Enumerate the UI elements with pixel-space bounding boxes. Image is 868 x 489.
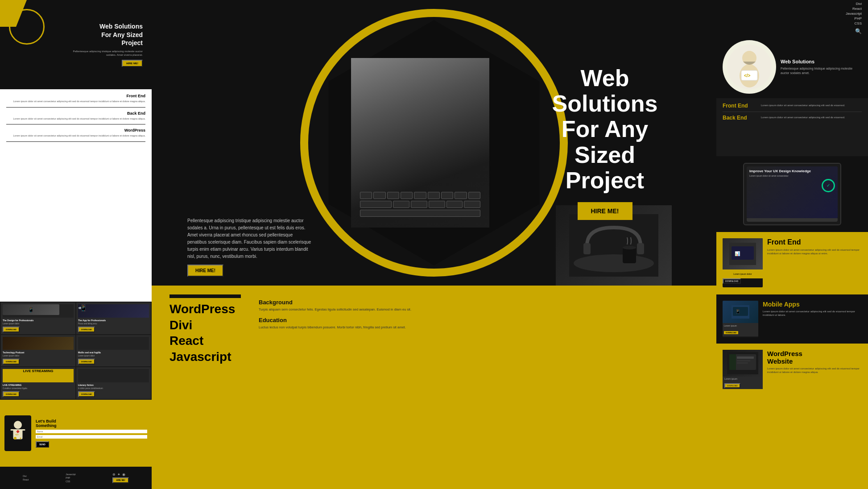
right-hero-text: Web Solutions Pellentesque adipiscing tr…: [781, 58, 862, 75]
laptop-screen: Improve Your UX Design Knowledge Lorem i…: [747, 166, 838, 218]
blog-card-img-5: [78, 369, 149, 382]
svg-text:</>: </>: [744, 73, 751, 78]
right-nav-divi[interactable]: Divi: [856, 2, 862, 6]
left-hero-title: Web Solutions For Any Sized Project: [99, 22, 143, 47]
left-service-item-wordpress: WordPress Lorem ipsum dolor sit amet con…: [6, 128, 145, 142]
svg-point-0: [14, 421, 22, 429]
skill-javascript: Javascript: [169, 349, 241, 365]
wp-card-text: Lorem ipsum: [724, 377, 761, 380]
blog-card-btn-4[interactable]: DOWNLOAD: [3, 391, 20, 397]
left-bottom-link-php[interactable]: PHP: [66, 477, 76, 479]
search-icon[interactable]: 🔍: [855, 28, 862, 34]
about-text: Pellentesque adipiscing tristique adipis…: [187, 217, 312, 260]
right-service-title-backend: Back End: [723, 115, 758, 121]
right-wp-info: WordPress Website Lorem ipsum dolor sit …: [767, 350, 862, 374]
right-service-text-backend: Lorem ipsum dolor sit amet consectetur a…: [761, 116, 862, 120]
about-hire-button[interactable]: HIRE ME!: [187, 265, 223, 277]
left-bottom-link-css[interactable]: CSS: [66, 480, 76, 483]
svg-text:</>: </>: [15, 433, 19, 436]
skills-list: WordPress Divi React Javascript: [169, 302, 241, 364]
left-bottom-links: Divi React: [23, 475, 29, 481]
right-services: Front End Lorem ipsum dolor sit amet con…: [716, 98, 868, 156]
about-section: Pellentesque adipiscing tristique adipis…: [187, 217, 312, 277]
svg-text:📱: 📱: [735, 309, 741, 315]
skill-react: React: [169, 333, 241, 348]
resume-education-title: Education: [259, 317, 699, 323]
blog-card-title-3: Mollis sed erat fugilla: [78, 351, 149, 354]
right-nav-javascript[interactable]: Javascript: [846, 12, 862, 16]
frontend-card-footer: Lorem ipsum dolor: [723, 269, 763, 278]
blog-card-text-3: Lorem ipsum dolor: [78, 355, 149, 357]
resume-education-text: Luctus lectus non volutpat turpis bibend…: [259, 325, 699, 330]
blog-card-btn-2[interactable]: DOWNLOAD: [3, 359, 20, 365]
left-bottom-nav: Divi React Javascript PHP CSS ⊕ ✦ ◉ HIRE…: [0, 467, 152, 489]
left-service-desc-wordpress: Lorem ipsum dolor sit amet consectetur a…: [6, 134, 145, 138]
blog-card-btn-5[interactable]: DOWNLOAD: [78, 391, 95, 397]
social-facebook-icon[interactable]: ◉: [122, 472, 125, 477]
left-contact-form: Let's Build Something SEND: [36, 419, 147, 448]
right-laptop-section: Improve Your UX Design Knowledge Lorem i…: [716, 156, 868, 232]
social-github-icon[interactable]: ⊕: [112, 472, 116, 477]
laptop-base: [747, 218, 838, 222]
skills-bar-container: WordPress Divi React Javascript: [169, 294, 241, 364]
blog-card-title-2: Technology Podcast: [3, 351, 74, 354]
social-twitter-icon[interactable]: ✦: [117, 472, 120, 477]
left-bottom-link-divi[interactable]: Divi: [23, 475, 29, 477]
right-nav-css[interactable]: CSS: [855, 21, 862, 25]
left-bottom-link-react[interactable]: React: [23, 478, 29, 481]
right-hero-title: Web Solutions: [781, 58, 862, 65]
left-contact-figure: </>: [4, 415, 31, 451]
svg-rect-12: [623, 248, 636, 263]
svg-point-5: [14, 437, 17, 439]
svg-rect-30: [737, 362, 748, 364]
left-service-item-backend: Back End Lorem ipsum dolor sit amet cons…: [6, 111, 145, 125]
resume-section: Background Turpis aliquam sem consectetu…: [259, 294, 699, 330]
contact-email-input[interactable]: [36, 435, 147, 439]
wp-card-image: [723, 350, 763, 377]
right-service-text-frontend: Lorem ipsum dolor sit amet consectetur a…: [761, 104, 862, 108]
left-bottom-social: ⊕ ✦ ◉ HIRE ME!: [112, 472, 128, 483]
right-hero-card: </> Web Solutions Pellentesque adipiscin…: [716, 36, 868, 98]
right-panel: Divi React Javascript PHP CSS 🔍 </>: [716, 0, 868, 489]
wp-card-btn[interactable]: DOWNLOAD: [724, 383, 740, 388]
left-service-title-wordpress: WordPress: [6, 128, 145, 133]
right-frontend-card: 📊 Lorem ipsum dolor DOWNLOAD: [723, 238, 763, 287]
left-bottom-hire-btn[interactable]: HIRE ME!: [112, 477, 128, 483]
blog-card-btn-3[interactable]: DOWNLOAD: [78, 359, 95, 365]
left-service-title-frontend: Front End: [6, 94, 145, 98]
svg-rect-2: [11, 429, 15, 431]
service-divider: [723, 112, 862, 112]
left-bottom-link-js[interactable]: Javascript: [66, 473, 76, 476]
blog-card-text-5: In dolor purus condimentum: [78, 387, 149, 390]
blog-card-img-1: 📲: [78, 304, 149, 318]
right-mobile-info: Mobile Apps Lorem ipsum dolor sit amet c…: [763, 301, 862, 337]
svg-rect-11: [637, 243, 644, 254]
right-frontend-text: Lorem ipsum dolor sit amet consectetur a…: [767, 248, 862, 256]
resume-background: Background Turpis aliquam sem consectetu…: [259, 299, 699, 312]
hero-hire-button[interactable]: HIRE ME!: [578, 202, 632, 220]
contact-name-input[interactable]: [36, 430, 147, 433]
mobile-screen-svg: 📱: [732, 305, 749, 319]
blog-card-btn-0[interactable]: DOWNLOAD: [3, 327, 20, 332]
right-nav: Divi React Javascript PHP CSS 🔍: [716, 0, 868, 36]
mobile-card-btn[interactable]: DOWNLOAD: [724, 331, 738, 334]
skill-wordpress: WordPress: [169, 302, 241, 317]
frontend-card-btn[interactable]: DOWNLOAD: [723, 278, 741, 284]
right-nav-php[interactable]: PHP: [855, 17, 862, 21]
laptop-screen-title: Improve Your UX Design Knowledge: [749, 169, 835, 173]
keyboard-photo: [351, 58, 489, 228]
svg-rect-28: [737, 356, 754, 359]
frontend-card-image: 📊: [723, 238, 763, 269]
blog-card-img-4: LIVE STREAMING: [3, 369, 74, 382]
laptop-screen-text: Lorem ipsum dolor sit amet consectetur: [749, 174, 835, 178]
right-wp-card: Lorem ipsum DOWNLOAD: [723, 350, 763, 389]
contact-send-button[interactable]: SEND: [36, 441, 49, 448]
left-hero-hire-button[interactable]: HIRE ME!: [122, 60, 143, 67]
right-nav-react[interactable]: React: [852, 7, 862, 11]
svg-text:📊: 📊: [735, 251, 740, 257]
blog-card-3: Mollis sed erat fugilla Lorem ipsum dolo…: [76, 335, 151, 367]
left-contact: </> Let's Build Something SEND: [0, 400, 152, 467]
blog-card-btn-1[interactable]: DOWNLOAD: [78, 327, 95, 332]
blog-card-title-1: The App for Professionals: [78, 319, 149, 322]
blog-card-text-0: Lorem ipsum dolor: [3, 323, 74, 325]
